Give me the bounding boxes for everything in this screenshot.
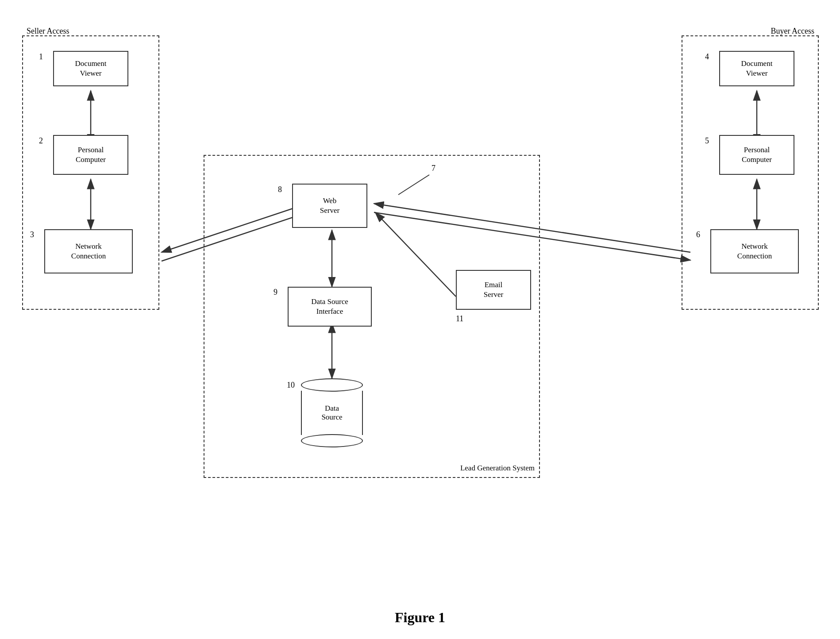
lgs-box: Lead Generation System [204,155,540,478]
num-2: 2 [39,136,43,146]
seller-access-label: Seller Access [27,27,69,36]
component-5-label: PersonalComputer [742,145,772,165]
figure-caption: Figure 1 [395,609,445,626]
component-2-label: PersonalComputer [76,145,106,165]
component-4-doc-viewer-buyer: DocumentViewer [719,51,794,86]
num-7: 7 [432,164,435,173]
component-8-web-server: WebServer [292,184,367,228]
component-6-network-connection-buyer: NetworkConnection [710,229,799,273]
num-9: 9 [274,288,277,297]
component-email-server: EmailServer [456,270,531,310]
component-1-label: DocumentViewer [75,59,107,78]
num-5: 5 [705,136,709,146]
num-3: 3 [30,230,34,239]
component-3-network-connection-seller: NetworkConnection [44,229,133,273]
component-1-doc-viewer-seller: DocumentViewer [53,51,128,86]
component-8-label: WebServer [320,196,339,216]
component-10-data-source: DataSource [301,378,363,447]
component-3-label: NetworkConnection [71,242,106,261]
num-8: 8 [278,185,282,194]
num-11: 11 [456,314,463,323]
component-2-personal-computer-seller: PersonalComputer [53,135,128,175]
email-server-label: EmailServer [484,280,503,300]
component-10-label: DataSource [321,404,342,422]
component-9-label: Data SourceInterface [311,297,348,316]
component-5-personal-computer-buyer: PersonalComputer [719,135,794,175]
buyer-access-label: Buyer Access [771,27,814,36]
num-4: 4 [705,52,709,62]
component-6-label: NetworkConnection [737,242,772,261]
num-6: 6 [696,230,700,239]
component-9-data-source-interface: Data SourceInterface [288,287,372,327]
diagram: Seller Access Buyer Access Lead Generati… [13,13,828,589]
num-10: 10 [287,381,295,390]
num-1: 1 [39,52,43,62]
lgs-label: Lead Generation System [460,464,535,473]
component-4-label: DocumentViewer [741,59,773,78]
